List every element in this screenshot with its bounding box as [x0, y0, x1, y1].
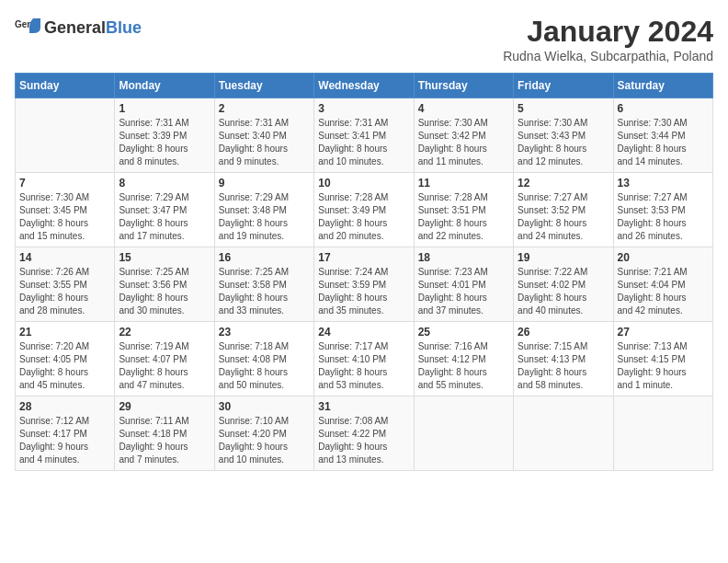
- cell-content: Sunrise: 7:28 AM Sunset: 3:49 PM Dayligh…: [318, 191, 409, 243]
- calendar-cell: 13Sunrise: 7:27 AM Sunset: 3:53 PM Dayli…: [613, 173, 712, 247]
- day-number: 27: [618, 326, 709, 339]
- day-number: 20: [618, 251, 709, 264]
- cell-content: Sunrise: 7:08 AM Sunset: 4:22 PM Dayligh…: [318, 415, 409, 466]
- calendar-cell: 17Sunrise: 7:24 AM Sunset: 3:59 PM Dayli…: [314, 247, 414, 322]
- calendar-subtitle: Rudna Wielka, Subcarpathia, Poland: [503, 49, 713, 63]
- cell-content: Sunrise: 7:31 AM Sunset: 3:41 PM Dayligh…: [318, 117, 409, 168]
- day-header-row: SundayMondayTuesdayWednesdayThursdayFrid…: [16, 74, 713, 98]
- day-number: 5: [518, 102, 609, 115]
- cell-content: Sunrise: 7:24 AM Sunset: 3:59 PM Dayligh…: [318, 266, 409, 317]
- calendar-cell: 6Sunrise: 7:30 AM Sunset: 3:44 PM Daylig…: [613, 98, 712, 173]
- calendar-cell: 14Sunrise: 7:26 AM Sunset: 3:55 PM Dayli…: [16, 247, 115, 322]
- day-number: 25: [418, 326, 509, 339]
- day-number: 2: [219, 102, 310, 115]
- calendar-cell: 26Sunrise: 7:15 AM Sunset: 4:13 PM Dayli…: [514, 322, 613, 396]
- cell-content: Sunrise: 7:28 AM Sunset: 3:51 PM Dayligh…: [418, 191, 509, 243]
- calendar-cell: 28Sunrise: 7:12 AM Sunset: 4:17 PM Dayli…: [16, 396, 115, 471]
- day-number: 28: [19, 400, 110, 413]
- calendar-cell: 8Sunrise: 7:29 AM Sunset: 3:47 PM Daylig…: [115, 173, 214, 247]
- cell-content: Sunrise: 7:25 AM Sunset: 3:58 PM Dayligh…: [219, 266, 310, 317]
- cell-content: Sunrise: 7:31 AM Sunset: 3:40 PM Dayligh…: [219, 117, 310, 168]
- cell-content: Sunrise: 7:10 AM Sunset: 4:20 PM Dayligh…: [219, 415, 310, 466]
- cell-content: Sunrise: 7:15 AM Sunset: 4:13 PM Dayligh…: [518, 340, 609, 392]
- cell-content: Sunrise: 7:19 AM Sunset: 4:07 PM Dayligh…: [119, 340, 210, 392]
- calendar-cell: 31Sunrise: 7:08 AM Sunset: 4:22 PM Dayli…: [314, 396, 414, 471]
- calendar-cell: 23Sunrise: 7:18 AM Sunset: 4:08 PM Dayli…: [214, 322, 313, 396]
- calendar-cell: 18Sunrise: 7:23 AM Sunset: 4:01 PM Dayli…: [414, 247, 513, 322]
- cell-content: Sunrise: 7:12 AM Sunset: 4:17 PM Dayligh…: [19, 415, 110, 466]
- calendar-cell: 3Sunrise: 7:31 AM Sunset: 3:41 PM Daylig…: [314, 98, 414, 173]
- calendar-cell: [16, 98, 115, 173]
- cell-content: Sunrise: 7:16 AM Sunset: 4:12 PM Dayligh…: [418, 340, 509, 392]
- day-number: 3: [318, 102, 409, 115]
- logo-text-blue: Blue: [106, 18, 142, 38]
- logo-icon: General: [15, 15, 40, 40]
- calendar-cell: [414, 396, 513, 471]
- calendar-title: January 2024: [503, 15, 713, 49]
- day-number: 6: [618, 102, 709, 115]
- calendar-cell: 24Sunrise: 7:17 AM Sunset: 4:10 PM Dayli…: [314, 322, 414, 396]
- calendar-cell: 16Sunrise: 7:25 AM Sunset: 3:58 PM Dayli…: [214, 247, 313, 322]
- calendar-cell: 15Sunrise: 7:25 AM Sunset: 3:56 PM Dayli…: [115, 247, 214, 322]
- day-number: 18: [418, 251, 509, 264]
- day-number: 22: [119, 326, 210, 339]
- day-number: 15: [119, 251, 210, 264]
- calendar-cell: 2Sunrise: 7:31 AM Sunset: 3:40 PM Daylig…: [214, 98, 313, 173]
- calendar-cell: 21Sunrise: 7:20 AM Sunset: 4:05 PM Dayli…: [16, 322, 115, 396]
- day-number: 31: [318, 400, 409, 413]
- calendar-cell: 30Sunrise: 7:10 AM Sunset: 4:20 PM Dayli…: [214, 396, 313, 471]
- day-number: 30: [219, 400, 310, 413]
- calendar-cell: 11Sunrise: 7:28 AM Sunset: 3:51 PM Dayli…: [414, 173, 513, 247]
- day-number: 19: [518, 251, 609, 264]
- day-of-week-header: Friday: [514, 74, 613, 98]
- calendar-cell: 12Sunrise: 7:27 AM Sunset: 3:52 PM Dayli…: [514, 173, 613, 247]
- cell-content: Sunrise: 7:17 AM Sunset: 4:10 PM Dayligh…: [318, 340, 409, 392]
- cell-content: Sunrise: 7:30 AM Sunset: 3:42 PM Dayligh…: [418, 117, 509, 168]
- cell-content: Sunrise: 7:27 AM Sunset: 3:53 PM Dayligh…: [618, 191, 709, 243]
- day-number: 7: [19, 177, 110, 190]
- calendar-week-row: 28Sunrise: 7:12 AM Sunset: 4:17 PM Dayli…: [16, 396, 713, 471]
- calendar-cell: 27Sunrise: 7:13 AM Sunset: 4:15 PM Dayli…: [613, 322, 712, 396]
- title-area: January 2024 Rudna Wielka, Subcarpathia,…: [503, 15, 713, 63]
- day-of-week-header: Sunday: [16, 74, 115, 98]
- calendar-cell: 29Sunrise: 7:11 AM Sunset: 4:18 PM Dayli…: [115, 396, 214, 471]
- cell-content: Sunrise: 7:26 AM Sunset: 3:55 PM Dayligh…: [19, 266, 110, 317]
- day-number: 16: [219, 251, 310, 264]
- day-number: 26: [518, 326, 609, 339]
- calendar-cell: 1Sunrise: 7:31 AM Sunset: 3:39 PM Daylig…: [115, 98, 214, 173]
- calendar-cell: 22Sunrise: 7:19 AM Sunset: 4:07 PM Dayli…: [115, 322, 214, 396]
- calendar-cell: 10Sunrise: 7:28 AM Sunset: 3:49 PM Dayli…: [314, 173, 414, 247]
- day-of-week-header: Monday: [115, 74, 214, 98]
- calendar-cell: 7Sunrise: 7:30 AM Sunset: 3:45 PM Daylig…: [16, 173, 115, 247]
- cell-content: Sunrise: 7:18 AM Sunset: 4:08 PM Dayligh…: [219, 340, 310, 392]
- calendar-cell: 4Sunrise: 7:30 AM Sunset: 3:42 PM Daylig…: [414, 98, 513, 173]
- calendar-cell: 19Sunrise: 7:22 AM Sunset: 4:02 PM Dayli…: [514, 247, 613, 322]
- day-number: 11: [418, 177, 509, 190]
- calendar-week-row: 1Sunrise: 7:31 AM Sunset: 3:39 PM Daylig…: [16, 98, 713, 173]
- calendar-cell: 20Sunrise: 7:21 AM Sunset: 4:04 PM Dayli…: [613, 247, 712, 322]
- day-of-week-header: Tuesday: [214, 74, 313, 98]
- cell-content: Sunrise: 7:21 AM Sunset: 4:04 PM Dayligh…: [618, 266, 709, 317]
- day-number: 4: [418, 102, 509, 115]
- day-number: 1: [119, 102, 210, 115]
- day-number: 14: [19, 251, 110, 264]
- day-number: 29: [119, 400, 210, 413]
- cell-content: Sunrise: 7:29 AM Sunset: 3:47 PM Dayligh…: [119, 191, 210, 243]
- day-number: 24: [318, 326, 409, 339]
- logo-text-general: General: [44, 18, 106, 38]
- cell-content: Sunrise: 7:30 AM Sunset: 3:44 PM Dayligh…: [618, 117, 709, 168]
- day-number: 23: [219, 326, 310, 339]
- day-number: 9: [219, 177, 310, 190]
- calendar-cell: [514, 396, 613, 471]
- day-of-week-header: Wednesday: [314, 74, 414, 98]
- cell-content: Sunrise: 7:25 AM Sunset: 3:56 PM Dayligh…: [119, 266, 210, 317]
- day-number: 8: [119, 177, 210, 190]
- calendar-header: SundayMondayTuesdayWednesdayThursdayFrid…: [16, 74, 713, 98]
- cell-content: Sunrise: 7:23 AM Sunset: 4:01 PM Dayligh…: [418, 266, 509, 317]
- cell-content: Sunrise: 7:31 AM Sunset: 3:39 PM Dayligh…: [119, 117, 210, 168]
- calendar-body: 1Sunrise: 7:31 AM Sunset: 3:39 PM Daylig…: [16, 98, 713, 471]
- cell-content: Sunrise: 7:13 AM Sunset: 4:15 PM Dayligh…: [618, 340, 709, 392]
- day-of-week-header: Saturday: [613, 74, 712, 98]
- day-number: 10: [318, 177, 409, 190]
- logo: General General Blue: [15, 15, 142, 40]
